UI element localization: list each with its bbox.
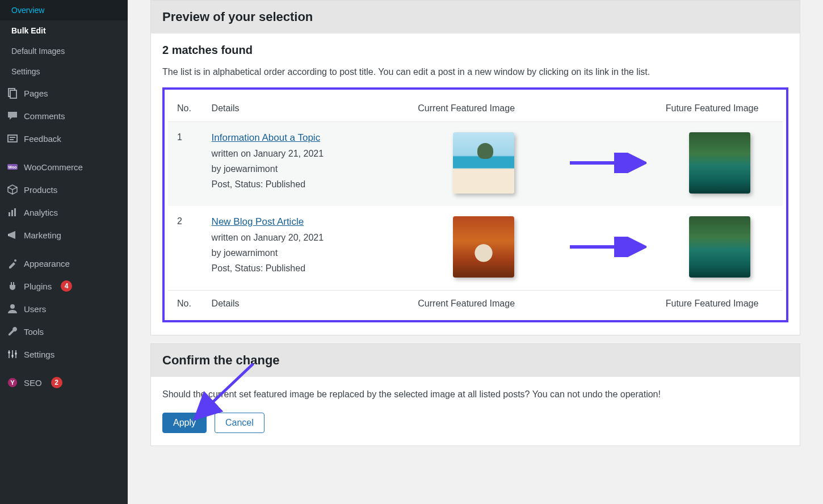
post-by: by joewarnimont bbox=[212, 161, 400, 177]
tools-icon bbox=[7, 326, 18, 337]
sidebar-item-label: Tools bbox=[24, 327, 44, 337]
col-current: Current Featured Image bbox=[409, 95, 558, 122]
confirm-panel-header: Confirm the change bbox=[151, 344, 800, 377]
row-number: 1 bbox=[168, 121, 203, 206]
sidebar-item-users[interactable]: Users bbox=[0, 297, 128, 320]
matches-found: 2 matches found bbox=[162, 44, 788, 57]
sidebar-sub-item[interactable]: Bulk Edit bbox=[0, 20, 128, 41]
sidebar-item-label: Settings bbox=[24, 350, 54, 359]
table-row: 2New Blog Post Articlewritten on January… bbox=[168, 206, 783, 291]
pages-icon bbox=[7, 87, 18, 99]
svg-rect-1 bbox=[10, 90, 16, 98]
sidebar-item-marketing[interactable]: Marketing bbox=[0, 224, 128, 246]
feedback-icon bbox=[7, 133, 18, 144]
sidebar-item-label: Products bbox=[24, 185, 57, 195]
sidebar-item-feedback[interactable]: Feedback bbox=[0, 127, 128, 150]
table-header-row: No. Details Current Featured Image Futur… bbox=[168, 95, 783, 122]
preview-table-highlight: No. Details Current Featured Image Futur… bbox=[162, 87, 788, 322]
future-featured-image bbox=[689, 216, 750, 278]
post-status: Post, Status: Published bbox=[212, 177, 400, 192]
sidebar-item-label: Overview bbox=[11, 6, 44, 15]
svg-rect-9 bbox=[14, 208, 16, 216]
post-title-link[interactable]: Information About a Topic bbox=[212, 132, 321, 143]
table-row: 1Information About a Topicwritten on Jan… bbox=[168, 121, 783, 206]
sidebar-item-label: Comments bbox=[24, 111, 65, 121]
update-badge: 2 bbox=[51, 377, 62, 388]
table-footer-row: No. Details Current Featured Image Futur… bbox=[168, 290, 783, 317]
sidebar-item-label: WooCommerce bbox=[24, 162, 83, 172]
current-featured-image bbox=[453, 132, 514, 194]
post-title-link[interactable]: New Blog Post Article bbox=[212, 216, 304, 227]
svg-rect-2 bbox=[8, 135, 17, 142]
sidebar-item-label: Feedback bbox=[24, 134, 61, 144]
woo-icon: Woo bbox=[7, 161, 18, 173]
sidebar-item-analytics[interactable]: Analytics bbox=[0, 201, 128, 224]
main-content: Preview of your selection 2 matches foun… bbox=[128, 0, 823, 504]
col-no: No. bbox=[168, 95, 203, 122]
svg-text:Y: Y bbox=[10, 379, 15, 386]
confirm-panel: Confirm the change Should the current se… bbox=[150, 343, 800, 447]
post-by: by joewarnimont bbox=[212, 245, 400, 261]
sidebar-item-plugins[interactable]: Plugins4 bbox=[0, 275, 128, 297]
sidebar-sub-item[interactable]: Default Images bbox=[0, 41, 128, 61]
settings-icon bbox=[7, 348, 18, 360]
comments-icon bbox=[7, 110, 18, 121]
sidebar-item-label: SEO bbox=[24, 378, 42, 388]
future-featured-image bbox=[689, 132, 750, 194]
col-details: Details bbox=[203, 95, 409, 122]
post-written-on: written on January 21, 2021 bbox=[212, 146, 400, 161]
plugins-icon bbox=[7, 280, 18, 292]
svg-point-17 bbox=[11, 355, 14, 357]
sidebar-item-label: Settings bbox=[11, 67, 40, 76]
preview-panel: Preview of your selection 2 matches foun… bbox=[150, 0, 800, 335]
sidebar-item-label: Marketing bbox=[24, 230, 61, 240]
arrow-right-icon bbox=[567, 153, 646, 173]
sidebar-sub-item[interactable]: Settings bbox=[0, 61, 128, 82]
seo-icon: Y bbox=[7, 377, 18, 388]
sidebar-item-label: Plugins bbox=[24, 282, 52, 291]
preview-panel-header: Preview of your selection bbox=[151, 1, 800, 33]
admin-sidebar: OverviewBulk EditDefault ImagesSettings … bbox=[0, 0, 128, 504]
sidebar-item-tools[interactable]: Tools bbox=[0, 320, 128, 343]
svg-text:Woo: Woo bbox=[8, 165, 16, 169]
sidebar-item-products[interactable]: Products bbox=[0, 178, 128, 201]
svg-rect-10 bbox=[8, 234, 9, 236]
svg-point-11 bbox=[14, 259, 16, 262]
sidebar-item-seo[interactable]: YSEO2 bbox=[0, 371, 128, 394]
analytics-icon bbox=[7, 207, 18, 218]
sidebar-item-label: Default Images bbox=[11, 47, 65, 56]
sidebar-item-label: Bulk Edit bbox=[11, 26, 46, 35]
post-written-on: written on January 20, 2021 bbox=[212, 230, 400, 245]
apply-button[interactable]: Apply bbox=[162, 413, 207, 433]
sidebar-item-settings[interactable]: Settings bbox=[0, 343, 128, 366]
row-number: 2 bbox=[168, 206, 203, 291]
sidebar-item-comments[interactable]: Comments bbox=[0, 104, 128, 127]
cancel-button[interactable]: Cancel bbox=[215, 413, 264, 433]
sidebar-item-label: Users bbox=[24, 304, 46, 314]
confirm-description: Should the current set featured image be… bbox=[162, 387, 788, 402]
update-badge: 4 bbox=[61, 280, 72, 292]
post-status: Post, Status: Published bbox=[212, 261, 400, 276]
sidebar-sub-item[interactable]: Overview bbox=[0, 0, 128, 20]
arrow-right-icon bbox=[567, 237, 646, 257]
sidebar-item-label: Appearance bbox=[24, 259, 70, 268]
products-icon bbox=[7, 184, 18, 195]
svg-rect-8 bbox=[11, 210, 13, 216]
current-featured-image bbox=[453, 216, 514, 278]
sidebar-item-appearance[interactable]: Appearance bbox=[0, 252, 128, 275]
col-future: Future Featured Image bbox=[657, 95, 783, 122]
preview-description: The list is in alphabetical order accord… bbox=[162, 65, 788, 79]
preview-table: No. Details Current Featured Image Futur… bbox=[168, 95, 783, 317]
appearance-icon bbox=[7, 258, 18, 269]
svg-point-16 bbox=[8, 351, 10, 354]
marketing-icon bbox=[7, 229, 18, 241]
sidebar-item-label: Analytics bbox=[24, 208, 58, 217]
svg-point-12 bbox=[10, 304, 15, 309]
svg-rect-7 bbox=[9, 212, 10, 216]
users-icon bbox=[7, 303, 18, 314]
svg-point-18 bbox=[15, 352, 17, 355]
sidebar-item-label: Pages bbox=[24, 89, 48, 98]
sidebar-item-pages[interactable]: Pages bbox=[0, 82, 128, 104]
sidebar-item-woocommerce[interactable]: WooWooCommerce bbox=[0, 156, 128, 178]
